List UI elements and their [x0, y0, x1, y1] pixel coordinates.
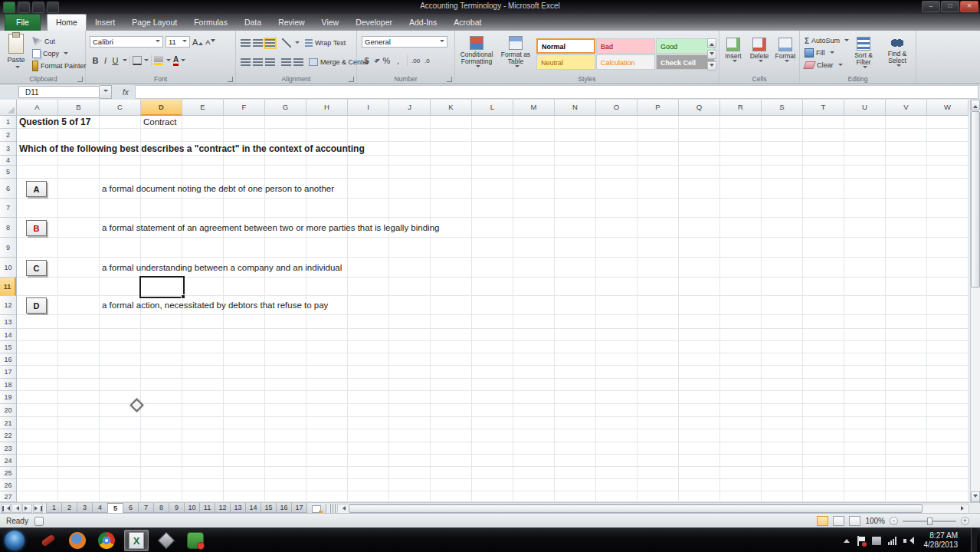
zoom-in-button[interactable]: +: [961, 517, 969, 525]
answer-button-D[interactable]: D: [26, 297, 47, 314]
sheet-tab-6[interactable]: 6: [123, 503, 139, 513]
fill-handle[interactable]: [181, 294, 185, 299]
paste-button[interactable]: Paste: [5, 34, 28, 71]
gallery-more-button[interactable]: [707, 61, 716, 71]
macro-record-icon[interactable]: [34, 517, 44, 526]
answer-button-A[interactable]: A: [26, 181, 47, 197]
clipboard-dialog-launcher[interactable]: [77, 77, 83, 82]
sheet-tab-2[interactable]: 2: [61, 503, 77, 513]
show-desktop-button[interactable]: [971, 528, 977, 552]
first-sheet-button[interactable]: [1, 504, 11, 513]
scroll-up-button[interactable]: [971, 100, 980, 110]
number-dialog-launcher[interactable]: [447, 77, 452, 82]
column-header-M[interactable]: M: [513, 100, 555, 115]
alignment-dialog-launcher[interactable]: [349, 77, 354, 82]
wrap-text-button[interactable]: Wrap Text: [303, 37, 347, 49]
row-header-9[interactable]: 9: [0, 238, 16, 258]
insert-cells-button[interactable]: Insert: [721, 35, 746, 64]
name-box[interactable]: D11: [18, 86, 100, 98]
font-dialog-launcher[interactable]: [228, 77, 233, 82]
previous-sheet-button[interactable]: [11, 504, 21, 513]
sheet-tab-5[interactable]: 5: [107, 503, 123, 514]
style-calculation[interactable]: Calculation: [596, 54, 655, 70]
row-header-22[interactable]: 22: [0, 429, 16, 442]
font-family-select[interactable]: Calibri: [90, 36, 163, 48]
align-bottom-button[interactable]: [265, 39, 275, 48]
row-header-17[interactable]: 17: [0, 366, 16, 379]
italic-button[interactable]: I: [100, 56, 110, 65]
row-header-13[interactable]: 13: [0, 315, 16, 329]
taskbar-chrome-icon[interactable]: [95, 531, 118, 550]
taskbar-pen-tool-icon[interactable]: [37, 531, 60, 550]
vertical-scroll-thumb[interactable]: [971, 111, 980, 288]
column-header-I[interactable]: I: [348, 100, 389, 115]
taskbar-diamond-app-icon[interactable]: [155, 531, 178, 550]
sheet-tab-9[interactable]: 9: [169, 503, 185, 513]
ribbon-tab-acrobat[interactable]: Acrobat: [445, 15, 490, 31]
page-break-view-button[interactable]: [849, 516, 860, 526]
sheet-tab-14[interactable]: 14: [245, 503, 261, 513]
network-icon[interactable]: [888, 537, 896, 545]
start-button[interactable]: [5, 531, 25, 550]
row-header-3[interactable]: 3: [0, 142, 16, 156]
style-neutral[interactable]: Neutral: [536, 54, 595, 70]
minimize-button[interactable]: –: [922, 1, 940, 12]
insert-function-button[interactable]: fx: [123, 88, 129, 97]
borders-button[interactable]: [133, 56, 142, 65]
taskbar-firefox-icon[interactable]: [66, 531, 89, 550]
column-header-S[interactable]: S: [762, 100, 803, 115]
last-sheet-button[interactable]: [33, 504, 43, 513]
sheet-tab-8[interactable]: 8: [153, 503, 169, 513]
taskbar-excel-icon[interactable]: X: [124, 530, 149, 551]
column-header-F[interactable]: F: [224, 100, 265, 115]
sheet-tab-12[interactable]: 12: [215, 503, 231, 513]
row-header-5[interactable]: 5: [0, 166, 16, 179]
row-header-12[interactable]: 12: [0, 296, 16, 315]
column-header-E[interactable]: E: [182, 100, 224, 115]
sheet-tab-13[interactable]: 13: [230, 503, 246, 513]
row-header-4[interactable]: 4: [0, 156, 16, 166]
orientation-button[interactable]: [282, 38, 291, 48]
row-header-7[interactable]: 7: [0, 199, 16, 218]
tab-splitter[interactable]: [330, 504, 336, 513]
next-sheet-button[interactable]: [22, 504, 32, 513]
ribbon-tab-page-layout[interactable]: Page Layout: [123, 15, 185, 31]
column-header-J[interactable]: J: [389, 100, 431, 115]
row-header-10[interactable]: 10: [0, 258, 16, 278]
selected-cell-outline[interactable]: [139, 276, 185, 298]
percent-button[interactable]: %: [382, 56, 392, 65]
gallery-scroll-up[interactable]: [707, 38, 716, 48]
tray-app-icon[interactable]: [872, 537, 881, 545]
column-header-P[interactable]: P: [637, 100, 679, 115]
zoom-out-button[interactable]: -: [890, 517, 898, 525]
row-header-19[interactable]: 19: [0, 391, 16, 404]
action-center-icon[interactable]: [857, 536, 865, 546]
gallery-scroll-down[interactable]: [707, 50, 716, 59]
column-header-K[interactable]: K: [431, 100, 472, 115]
zoom-level[interactable]: 100%: [865, 517, 885, 525]
row-header-14[interactable]: 14: [0, 329, 16, 341]
insert-worksheet-button[interactable]: [306, 504, 326, 514]
style-bad[interactable]: Bad: [596, 38, 655, 54]
column-header-C[interactable]: C: [100, 100, 141, 115]
style-normal[interactable]: Normal: [536, 38, 595, 54]
row-header-11[interactable]: 11: [0, 278, 16, 296]
row-header-6[interactable]: 6: [0, 179, 16, 199]
name-box-dropdown[interactable]: [100, 85, 112, 99]
sort-filter-button[interactable]: Sort & Filter: [847, 34, 880, 70]
horizontal-scroll-thumb[interactable]: [349, 504, 923, 513]
ribbon-tab-review[interactable]: Review: [270, 15, 313, 31]
cut-button[interactable]: Cut: [31, 35, 88, 48]
row-header-27[interactable]: 27: [0, 491, 16, 502]
column-header-U[interactable]: U: [844, 100, 886, 115]
column-header-R[interactable]: R: [720, 100, 762, 115]
sheet-tab-4[interactable]: 4: [92, 503, 108, 513]
volume-icon[interactable]: [903, 537, 913, 545]
column-header-T[interactable]: T: [803, 100, 844, 115]
close-button[interactable]: ✕: [960, 1, 978, 12]
row-header-23[interactable]: 23: [0, 442, 16, 455]
decrease-decimal-button[interactable]: .0: [424, 58, 430, 64]
sheet-tab-10[interactable]: 10: [184, 503, 200, 513]
column-header-L[interactable]: L: [472, 100, 513, 115]
zoom-slider-thumb[interactable]: [927, 518, 932, 525]
